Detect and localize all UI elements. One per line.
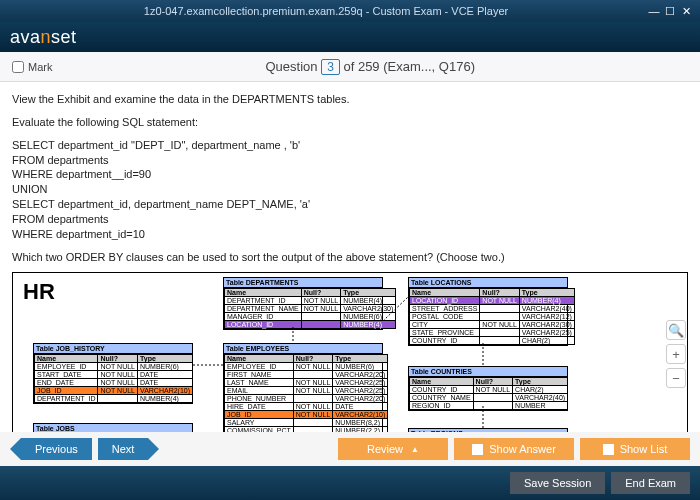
- save-session-button[interactable]: Save Session: [510, 472, 605, 494]
- table-departments: Table DEPARTMENTS NameNull?Type DEPARTME…: [223, 277, 383, 330]
- loc-caption: Table LOCATIONS: [409, 278, 567, 288]
- question-counter: Question 3 of 259 (Exam..., Q176): [52, 59, 688, 75]
- sql7: WHERE department_id=10: [12, 228, 145, 240]
- previous-button[interactable]: Previous: [21, 438, 92, 460]
- footer: Previous Next Review▲ Show Answer Show L…: [0, 432, 700, 500]
- dept-caption: Table DEPARTMENTS: [224, 278, 382, 288]
- next-button[interactable]: Next: [98, 438, 149, 460]
- table-locations: Table LOCATIONS NameNull?Type LOCATION_I…: [408, 277, 568, 346]
- review-button[interactable]: Review▲: [338, 438, 448, 460]
- app-logo: avanset: [10, 27, 77, 48]
- session-button-row: Save Session End Exam: [0, 466, 700, 500]
- logo-accent: n: [41, 27, 52, 47]
- emp-grid: NameNull?Type EMPLOYEE_IDNOT NULLNUMBER(…: [224, 354, 388, 432]
- q-line1: View the Exhibit and examine the data in…: [12, 92, 688, 107]
- window-title: 1z0-047.examcollection.premium.exam.259q…: [6, 5, 646, 17]
- nav-button-row: Previous Next Review▲ Show Answer Show L…: [0, 432, 700, 466]
- mark-checkbox[interactable]: [12, 61, 24, 73]
- logo-part2: set: [51, 27, 77, 47]
- dept-grid: NameNull?Type DEPARTMENT_IDNOT NULLNUMBE…: [224, 288, 396, 329]
- save-session-label: Save Session: [524, 477, 591, 489]
- mark-checkbox-wrap[interactable]: Mark: [12, 61, 52, 73]
- question-of-text: of 259 (Exam..., Q176): [340, 59, 475, 74]
- loc-grid: NameNull?Type LOCATION_IDNOT NULLNUMBER(…: [409, 288, 575, 345]
- show-list-label: Show List: [620, 443, 668, 455]
- sql5: SELECT department_id, department_name DE…: [12, 198, 310, 210]
- table-countries: Table COUNTRIES NameNull?Type COUNTRY_ID…: [408, 366, 568, 411]
- erd-diagram: Table DEPARTMENTS NameNull?Type DEPARTME…: [13, 273, 687, 432]
- content-area: View the Exhibit and examine the data in…: [0, 82, 700, 432]
- q-sql: SELECT department_id "DEPT_ID", departme…: [12, 138, 688, 242]
- zoom-out-button[interactable]: −: [666, 368, 686, 388]
- mark-label: Mark: [28, 61, 52, 73]
- end-exam-label: End Exam: [625, 477, 676, 489]
- next-label: Next: [112, 443, 135, 455]
- chevron-up-icon: ▲: [411, 445, 419, 454]
- q-line3: Which two ORDER BY clauses can be used t…: [12, 250, 688, 265]
- logo-bar: avanset: [0, 22, 700, 52]
- zoom-in-button[interactable]: +: [666, 344, 686, 364]
- logo-part1: ava: [10, 27, 41, 47]
- table-jobs: Table JOBS NameNull?Type JOB_IDNOT NULLV…: [33, 423, 193, 432]
- show-list-button[interactable]: Show List: [580, 438, 690, 460]
- titlebar: 1z0-047.examcollection.premium.exam.259q…: [0, 0, 700, 22]
- show-list-check-icon: [603, 444, 614, 455]
- question-text: View the Exhibit and examine the data in…: [12, 92, 688, 264]
- show-answer-label: Show Answer: [489, 443, 556, 455]
- zoom-magnifier-icon[interactable]: 🔍: [666, 320, 686, 340]
- sql6: FROM departments: [12, 213, 109, 225]
- exhibit: HR Table DEPARTMENTS NameNull?Type DEPAR…: [12, 272, 688, 432]
- maximize-button[interactable]: ☐: [662, 5, 678, 18]
- sql1: SELECT department_id "DEPT_ID", departme…: [12, 139, 300, 151]
- cn-caption: Table COUNTRIES: [409, 367, 567, 377]
- jobs-caption: Table JOBS: [34, 424, 192, 432]
- previous-label: Previous: [35, 443, 78, 455]
- minimize-button[interactable]: —: [646, 5, 662, 17]
- review-label: Review: [367, 443, 403, 455]
- show-answer-button[interactable]: Show Answer: [454, 438, 574, 460]
- sql3: WHERE department__id=90: [12, 168, 151, 180]
- cn-grid: NameNull?Type COUNTRY_IDNOT NULLCHAR(2) …: [409, 377, 568, 410]
- q-line2: Evaluate the following SQL statement:: [12, 115, 688, 130]
- emp-caption: Table EMPLOYEES: [224, 344, 382, 354]
- zoom-controls: 🔍 + −: [666, 320, 686, 388]
- question-number: 3: [321, 59, 340, 75]
- table-job-history: Table JOB_HISTORY NameNull?Type EMPLOYEE…: [33, 343, 193, 404]
- end-exam-button[interactable]: End Exam: [611, 472, 690, 494]
- question-label: Question: [265, 59, 317, 74]
- show-answer-check-icon: [472, 444, 483, 455]
- sql2: FROM departments: [12, 154, 109, 166]
- question-header: Mark Question 3 of 259 (Exam..., Q176): [0, 52, 700, 82]
- close-button[interactable]: ✕: [678, 5, 694, 18]
- jh-grid: NameNull?Type EMPLOYEE_IDNOT NULLNUMBER(…: [34, 354, 193, 403]
- jh-caption: Table JOB_HISTORY: [34, 344, 192, 354]
- table-employees: Table EMPLOYEES NameNull?Type EMPLOYEE_I…: [223, 343, 383, 432]
- sql4: UNION: [12, 183, 47, 195]
